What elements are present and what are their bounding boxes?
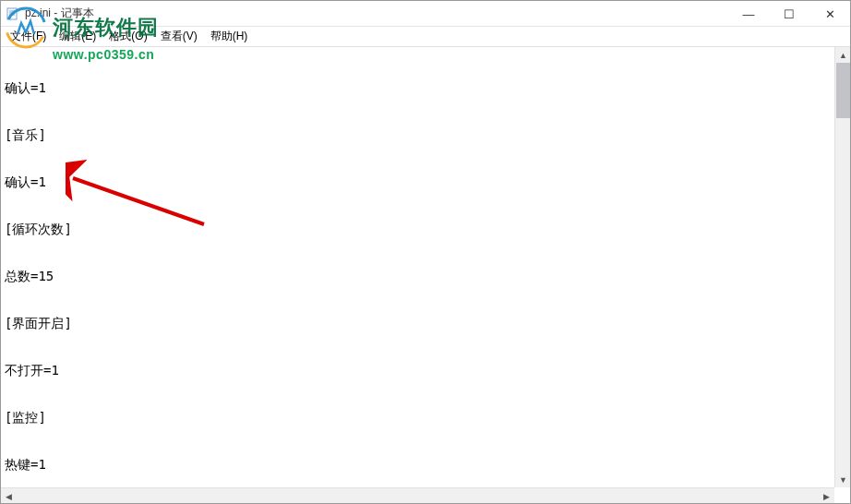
- text-line: [监控]: [5, 410, 846, 426]
- svg-rect-0: [7, 8, 17, 19]
- scroll-thumb[interactable]: [836, 63, 850, 118]
- scroll-right-icon[interactable]: ▶: [819, 488, 834, 504]
- text-line: [循环次数]: [5, 222, 846, 237]
- text-line: 总数=15: [5, 269, 846, 284]
- text-content[interactable]: 确认=1 [音乐] 确认=1 [循环次数] 总数=15 [界面开启] 不打开=1…: [1, 47, 850, 503]
- text-line: 不打开=1: [5, 363, 846, 378]
- notepad-icon: [6, 7, 19, 20]
- menu-edit[interactable]: 编辑(E): [54, 27, 102, 46]
- scroll-up-icon[interactable]: ▲: [835, 47, 851, 63]
- close-button[interactable]: ✕: [809, 1, 850, 27]
- menubar: 文件(F) 编辑(E) 格式(O) 查看(V) 帮助(H): [1, 27, 850, 47]
- menu-help[interactable]: 帮助(H): [205, 27, 254, 46]
- window-controls: — ☐ ✕: [728, 1, 850, 27]
- vertical-scrollbar[interactable]: ▲ ▼: [834, 47, 850, 487]
- scroll-down-icon[interactable]: ▼: [835, 472, 851, 487]
- menu-file[interactable]: 文件(F): [5, 27, 52, 46]
- horizontal-scrollbar[interactable]: ◀ ▶: [1, 487, 834, 503]
- titlebar: pz.ini - 记事本 — ☐ ✕: [1, 1, 850, 27]
- menu-format[interactable]: 格式(O): [103, 27, 152, 46]
- minimize-button[interactable]: —: [728, 1, 769, 27]
- text-line: [界面开启]: [5, 316, 846, 331]
- window-title: pz.ini - 记事本: [25, 6, 94, 21]
- text-line: 确认=1: [5, 80, 846, 96]
- menu-view[interactable]: 查看(V): [155, 27, 203, 46]
- text-line: 确认=1: [5, 174, 846, 190]
- text-line: 热键=1: [5, 457, 846, 473]
- maximize-button[interactable]: ☐: [769, 1, 809, 27]
- scroll-left-icon[interactable]: ◀: [1, 488, 17, 504]
- editor-area[interactable]: 确认=1 [音乐] 确认=1 [循环次数] 总数=15 [界面开启] 不打开=1…: [1, 47, 850, 503]
- text-line: [音乐]: [5, 127, 846, 143]
